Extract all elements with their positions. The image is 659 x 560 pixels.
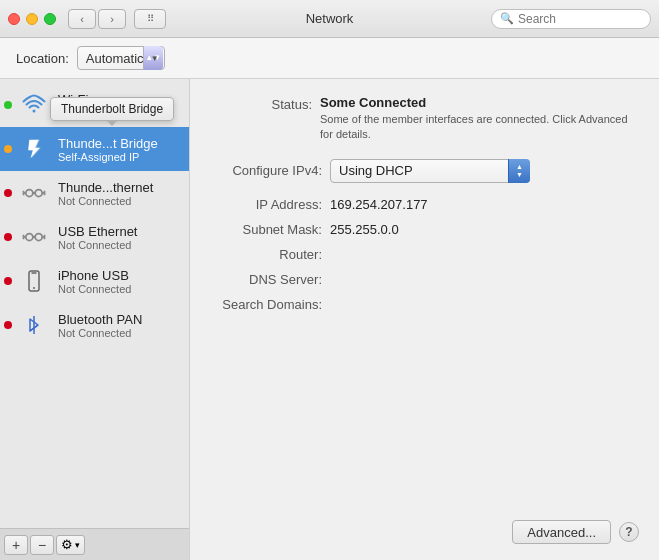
back-button[interactable]: ‹ [68, 9, 96, 29]
remove-network-button[interactable]: − [30, 535, 54, 555]
svg-point-2 [35, 190, 42, 197]
dropdown-arrow-icon: ▾ [75, 540, 80, 550]
bluetooth-name: Bluetooth PAN [58, 312, 181, 327]
configure-select-wrapper[interactable]: Using DHCP Manually Using DHCP with manu… [330, 159, 530, 183]
search-input[interactable] [518, 12, 642, 26]
status-dot-wifi [4, 101, 12, 109]
sidebar-item-usb-ethernet[interactable]: USB Ethernet Not Connected [0, 215, 189, 259]
iphone-name: iPhone USB [58, 268, 181, 283]
location-select-arrow: ▲ ▼ [143, 46, 163, 70]
add-network-button[interactable]: + [4, 535, 28, 555]
detail-panel: Status: Some Connected Some of the membe… [190, 79, 659, 560]
usb-eth-icon [18, 221, 50, 253]
router-label: Router: [210, 247, 330, 262]
tb-bridge-name: Thunde...t Bridge [58, 136, 181, 151]
gear-icon: ⚙ [61, 537, 73, 552]
ip-address-row: IP Address: 169.254.207.177 [210, 197, 639, 212]
tb-eth-name: Thunde...thernet [58, 180, 181, 195]
traffic-lights [8, 13, 56, 25]
status-dot-iphone [4, 277, 12, 285]
sidebar: Wi-Fi Connected Thunde...t Bridge Self-A… [0, 79, 190, 560]
main-content: Wi-Fi Connected Thunde...t Bridge Self-A… [0, 79, 659, 560]
tooltip-arrow [106, 120, 118, 126]
status-title: Some Connected [320, 95, 639, 110]
bluetooth-icon [18, 309, 50, 341]
network-list: Wi-Fi Connected Thunde...t Bridge Self-A… [0, 79, 189, 528]
spacer [210, 322, 639, 520]
svg-point-1 [26, 190, 33, 197]
dns-row: DNS Server: [210, 272, 639, 287]
configure-ipv4-select[interactable]: Using DHCP Manually Using DHCP with manu… [330, 159, 530, 183]
forward-button[interactable]: › [98, 9, 126, 29]
iphone-icon [18, 265, 50, 297]
search-bar[interactable]: 🔍 [491, 9, 651, 29]
tb-eth-info: Thunde...thernet Not Connected [58, 180, 181, 207]
bluetooth-info: Bluetooth PAN Not Connected [58, 312, 181, 339]
status-label: Status: [210, 95, 320, 112]
close-button[interactable] [8, 13, 20, 25]
nav-buttons: ‹ › [68, 9, 126, 29]
wifi-icon [18, 89, 50, 121]
svg-point-6 [26, 234, 33, 241]
status-dot-bluetooth [4, 321, 12, 329]
search-domains-row: Search Domains: [210, 297, 639, 312]
advanced-row: Advanced... ? [210, 520, 639, 544]
status-value: Some Connected Some of the member interf… [320, 95, 639, 143]
subnet-value: 255.255.0.0 [330, 222, 399, 237]
search-icon: 🔍 [500, 12, 514, 25]
usb-eth-status: Not Connected [58, 239, 181, 251]
status-desc: Some of the member interfaces are connec… [320, 112, 639, 143]
thunderbolt-bridge-tooltip: Thunderbolt Bridge [50, 97, 174, 121]
dns-label: DNS Server: [210, 272, 330, 287]
sidebar-bottom: + − ⚙ ▾ [0, 528, 189, 560]
subnet-mask-row: Subnet Mask: 255.255.0.0 [210, 222, 639, 237]
iphone-info: iPhone USB Not Connected [58, 268, 181, 295]
location-bar: Location: Automatic ▲ ▼ [0, 38, 659, 79]
svg-point-7 [35, 234, 42, 241]
router-row: Router: [210, 247, 639, 262]
network-options-button[interactable]: ⚙ ▾ [56, 535, 85, 555]
arrow-up-icon: ▲ [516, 163, 523, 170]
maximize-button[interactable] [44, 13, 56, 25]
sidebar-item-thunderbolt-ethernet[interactable]: Thunde...thernet Not Connected [0, 171, 189, 215]
ip-value: 169.254.207.177 [330, 197, 428, 212]
usb-eth-name: USB Ethernet [58, 224, 181, 239]
window-title: Network [306, 11, 354, 26]
svg-point-0 [33, 110, 36, 113]
subnet-label: Subnet Mask: [210, 222, 330, 237]
status-dot-tb-bridge [4, 145, 12, 153]
status-section: Status: Some Connected Some of the membe… [210, 95, 639, 143]
location-select-wrapper[interactable]: Automatic ▲ ▼ [77, 46, 165, 70]
svg-point-13 [33, 287, 35, 289]
location-label: Location: [16, 51, 69, 66]
configure-row: Configure IPv4: Using DHCP Manually Usin… [210, 159, 639, 183]
usb-eth-info: USB Ethernet Not Connected [58, 224, 181, 251]
minimize-button[interactable] [26, 13, 38, 25]
tb-eth-status: Not Connected [58, 195, 181, 207]
sidebar-item-bluetooth-pan[interactable]: Bluetooth PAN Not Connected [0, 303, 189, 347]
tb-bridge-status: Self-Assigned IP [58, 151, 181, 163]
ip-label: IP Address: [210, 197, 330, 212]
configure-label: Configure IPv4: [210, 163, 330, 178]
configure-select-arrow: ▲ ▼ [508, 159, 530, 183]
thunderbolt-eth-icon [18, 177, 50, 209]
iphone-status: Not Connected [58, 283, 181, 295]
sidebar-item-thunderbolt-bridge[interactable]: Thunde...t Bridge Self-Assigned IP Thund… [0, 127, 189, 171]
sidebar-item-iphone-usb[interactable]: iPhone USB Not Connected [0, 259, 189, 303]
thunderbolt-bridge-icon [18, 133, 50, 165]
help-button[interactable]: ? [619, 522, 639, 542]
tb-bridge-info: Thunde...t Bridge Self-Assigned IP [58, 136, 181, 163]
advanced-button[interactable]: Advanced... [512, 520, 611, 544]
domains-label: Search Domains: [210, 297, 330, 312]
grid-button[interactable]: ⠿ [134, 9, 166, 29]
bluetooth-status: Not Connected [58, 327, 181, 339]
status-dot-usb-eth [4, 233, 12, 241]
arrow-down-icon: ▼ [516, 171, 523, 178]
titlebar: ‹ › ⠿ Network 🔍 [0, 0, 659, 38]
status-dot-tb-eth [4, 189, 12, 197]
